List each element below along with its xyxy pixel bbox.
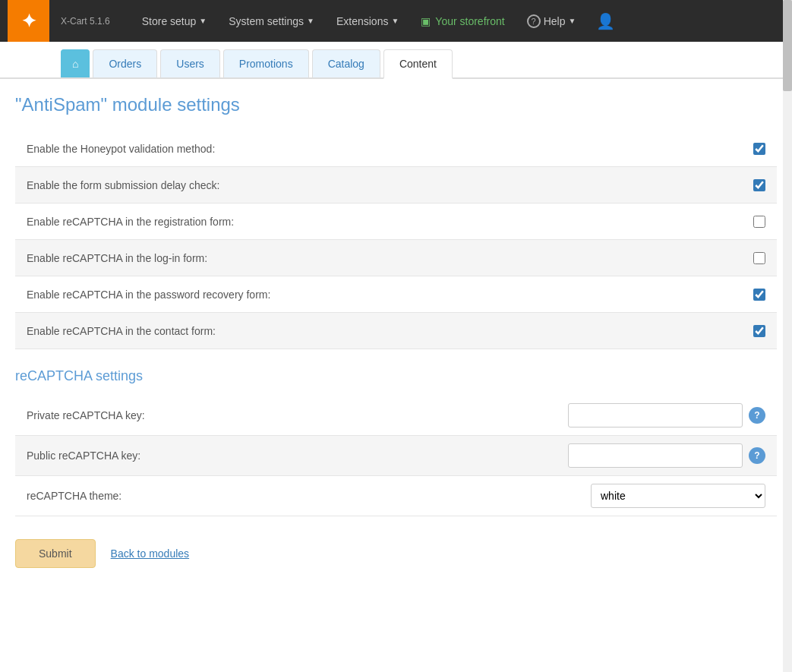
honeypot-control (753, 143, 765, 155)
tab-content[interactable]: Content (383, 49, 453, 79)
recaptcha-contact-label: Enable reCAPTCHA in the contact form: (27, 325, 753, 337)
tab-home[interactable]: ⌂ (61, 49, 90, 77)
help-chevron: ▼ (568, 17, 576, 25)
system-settings-label: System settings (229, 15, 304, 27)
tab-catalog-label: Catalog (328, 58, 364, 70)
recaptcha-section-title: reCAPTCHA settings (15, 368, 777, 384)
app-logo[interactable]: ✦ (8, 0, 49, 42)
setting-row-theme: reCAPTCHA theme: white red blackglass cl… (15, 476, 777, 516)
scrollbar-track (783, 0, 792, 672)
tab-users-label: Users (176, 58, 204, 70)
store-setup-chevron: ▼ (199, 17, 207, 25)
public-key-help-button[interactable]: ? (749, 447, 765, 464)
your-storefront-link[interactable]: ▣ Your storefront (412, 9, 513, 33)
public-key-control: ? (568, 443, 765, 468)
tab-catalog[interactable]: Catalog (312, 49, 380, 77)
public-key-input[interactable] (568, 443, 743, 468)
antispam-settings-section: Enable the Honeypot validation method: E… (15, 131, 777, 349)
store-setup-menu[interactable]: Store setup ▼ (133, 9, 216, 33)
tab-content-label: Content (399, 58, 437, 70)
theme-label: reCAPTCHA theme: (27, 490, 591, 502)
honeypot-label: Enable the Honeypot validation method: (27, 143, 753, 155)
private-key-input[interactable] (568, 403, 743, 427)
extensions-label: Extensions (336, 15, 388, 27)
scrollbar-thumb[interactable] (783, 0, 792, 91)
setting-row-form-delay: Enable the form submission delay check: (15, 167, 777, 203)
extensions-chevron: ▼ (391, 17, 399, 25)
setting-row-honeypot: Enable the Honeypot validation method: (15, 131, 777, 167)
form-delay-label: Enable the form submission delay check: (27, 179, 753, 191)
form-delay-control (753, 179, 765, 191)
navbar-nav: Store setup ▼ System settings ▼ Extensio… (133, 6, 784, 36)
navbar: ✦ X-Cart 5.1.6 Store setup ▼ System sett… (0, 0, 792, 42)
app-version: X-Cart 5.1.6 (61, 16, 110, 27)
setting-row-recaptcha-login: Enable reCAPTCHA in the log-in form: (15, 240, 777, 276)
recaptcha-login-label: Enable reCAPTCHA in the log-in form: (27, 252, 753, 264)
form-delay-checkbox[interactable] (753, 179, 765, 191)
theme-select[interactable]: white red blackglass clean (591, 484, 765, 508)
recaptcha-reg-control (753, 216, 765, 228)
theme-control: white red blackglass clean (591, 484, 765, 508)
recaptcha-reg-label: Enable reCAPTCHA in the registration for… (27, 216, 753, 228)
system-settings-chevron: ▼ (307, 17, 314, 25)
setting-row-recaptcha-reg: Enable reCAPTCHA in the registration for… (15, 203, 777, 240)
tab-orders[interactable]: Orders (93, 49, 157, 77)
recaptcha-settings-section: Private reCAPTCHA key: ? Public reCAPTCH… (15, 396, 777, 516)
recaptcha-login-control (753, 252, 765, 264)
footer-actions: Submit Back to modules (15, 539, 777, 568)
help-label: Help (544, 15, 566, 27)
home-icon: ⌂ (72, 58, 78, 70)
user-menu[interactable]: 👤 (588, 6, 623, 36)
private-key-help-button[interactable]: ? (749, 407, 765, 424)
setting-row-private-key: Private reCAPTCHA key: ? (15, 396, 777, 436)
honeypot-checkbox[interactable] (753, 143, 765, 155)
extensions-menu[interactable]: Extensions ▼ (327, 9, 408, 33)
help-circle-icon: ? (527, 14, 541, 28)
tab-promotions-label: Promotions (239, 58, 293, 70)
setting-row-recaptcha-password: Enable reCAPTCHA in the password recover… (15, 276, 777, 313)
recaptcha-login-checkbox[interactable] (753, 252, 765, 264)
back-to-modules-link[interactable]: Back to modules (111, 547, 190, 560)
public-key-label: Public reCAPTCHA key: (27, 450, 568, 462)
monitor-icon: ▣ (421, 15, 431, 27)
main-content: "AntiSpam" module settings Enable the Ho… (0, 79, 792, 583)
tab-promotions[interactable]: Promotions (223, 49, 309, 77)
setting-row-public-key: Public reCAPTCHA key: ? (15, 436, 777, 476)
private-key-label: Private reCAPTCHA key: (27, 409, 568, 421)
store-setup-label: Store setup (142, 15, 197, 27)
submit-button[interactable]: Submit (15, 539, 96, 568)
recaptcha-contact-checkbox[interactable] (753, 325, 765, 337)
recaptcha-reg-checkbox[interactable] (753, 216, 765, 228)
system-settings-menu[interactable]: System settings ▼ (219, 9, 323, 33)
recaptcha-password-label: Enable reCAPTCHA in the password recover… (27, 289, 753, 301)
tabbar: ⌂ Orders Users Promotions Catalog Conten… (0, 42, 792, 79)
private-key-control: ? (568, 403, 765, 427)
page-title: "AntiSpam" module settings (15, 94, 777, 115)
setting-row-recaptcha-contact: Enable reCAPTCHA in the contact form: (15, 313, 777, 349)
help-menu[interactable]: ? Help ▼ (518, 8, 585, 34)
recaptcha-password-checkbox[interactable] (753, 289, 765, 301)
recaptcha-password-control (753, 289, 765, 301)
storefront-label: Your storefront (435, 15, 504, 27)
user-icon: 👤 (596, 13, 615, 30)
tab-orders-label: Orders (109, 58, 141, 70)
logo-icon: ✦ (21, 11, 36, 32)
recaptcha-contact-control (753, 325, 765, 337)
tab-users[interactable]: Users (160, 49, 220, 77)
